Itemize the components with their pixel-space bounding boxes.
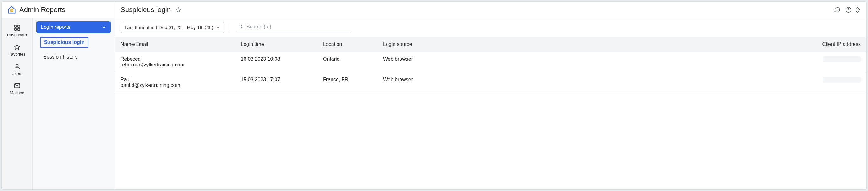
col-login-time: Login time: [235, 37, 317, 52]
rail-item-favorites[interactable]: Favorites: [2, 40, 32, 60]
row-login-source: Web browser: [377, 72, 441, 93]
brand-logo-icon: [7, 5, 16, 14]
row-login-time: 16.03.2023 10:08: [235, 52, 317, 72]
user-icon: [13, 63, 21, 70]
subnav-group-label: Login reports: [41, 24, 70, 30]
rail-item-label: Users: [12, 71, 23, 76]
login-table: Name/Email Login time Location Login sou…: [115, 37, 866, 93]
row-location: France, FR: [317, 72, 377, 93]
svg-rect-4: [18, 25, 19, 27]
row-email: rebecca@zylkertraining.com: [121, 62, 229, 68]
date-range-label: Last 6 months ( Dec 01, 22 – May 16, 23 …: [125, 25, 213, 30]
subnav: Login reports Suspicious login Session h…: [33, 18, 115, 189]
expand-icon[interactable]: [856, 6, 861, 13]
rail-item-label: Dashboard: [7, 33, 27, 37]
search-field-wrap: [236, 23, 350, 32]
rail-item-label: Mailbox: [10, 90, 24, 95]
row-client-ip-mask: [823, 77, 861, 83]
favorite-star-icon[interactable]: [175, 7, 182, 13]
favorites-icon: [13, 44, 21, 51]
rail-item-label: Favorites: [8, 52, 25, 57]
search-input[interactable]: [246, 24, 348, 30]
brand-area: Admin Reports: [2, 2, 115, 18]
chevron-down-icon: [216, 25, 220, 30]
date-range-button[interactable]: Last 6 months ( Dec 01, 22 – May 16, 23 …: [121, 22, 224, 33]
row-login-source: Web browser: [377, 52, 441, 72]
rail-item-mailbox[interactable]: Mailbox: [2, 79, 32, 98]
row-email: paul.d@zylkertraining.com: [121, 83, 229, 88]
main-content: Last 6 months ( Dec 01, 22 – May 16, 23 …: [115, 18, 866, 189]
page-title: Suspicious login: [121, 6, 171, 14]
svg-rect-6: [18, 28, 19, 30]
row-login-time: 15.03.2023 17:07: [235, 72, 317, 93]
subnav-item-session-history[interactable]: Session history: [40, 52, 111, 62]
download-cloud-icon[interactable]: [834, 6, 840, 13]
dashboard-icon: [13, 24, 21, 31]
help-icon[interactable]: [845, 6, 852, 13]
row-name: Paul: [121, 77, 229, 83]
svg-rect-5: [14, 28, 16, 30]
chevron-down-icon: [102, 25, 106, 29]
col-name: Name/Email: [115, 37, 235, 52]
mail-icon: [13, 82, 21, 89]
divider: [230, 23, 230, 32]
svg-point-9: [239, 25, 242, 28]
search-icon: [238, 24, 243, 30]
subnav-item-suspicious-login[interactable]: Suspicious login: [40, 37, 88, 48]
col-client-ip: Client IP address: [441, 37, 866, 52]
row-client-ip-mask: [823, 56, 861, 62]
col-login-source: Login source: [377, 37, 441, 52]
row-location: Ontario: [317, 52, 377, 72]
rail-item-dashboard[interactable]: Dashboard: [2, 21, 32, 40]
svg-rect-3: [14, 25, 16, 27]
col-location: Location: [317, 37, 377, 52]
rail-item-users[interactable]: Users: [2, 60, 32, 79]
svg-point-2: [848, 11, 848, 11]
svg-point-7: [16, 64, 18, 66]
subnav-group-login-reports[interactable]: Login reports: [36, 21, 111, 33]
left-rail: Dashboard Favorites Users: [2, 18, 33, 189]
brand-title: Admin Reports: [19, 6, 65, 14]
row-name: Rebecca: [121, 56, 229, 62]
